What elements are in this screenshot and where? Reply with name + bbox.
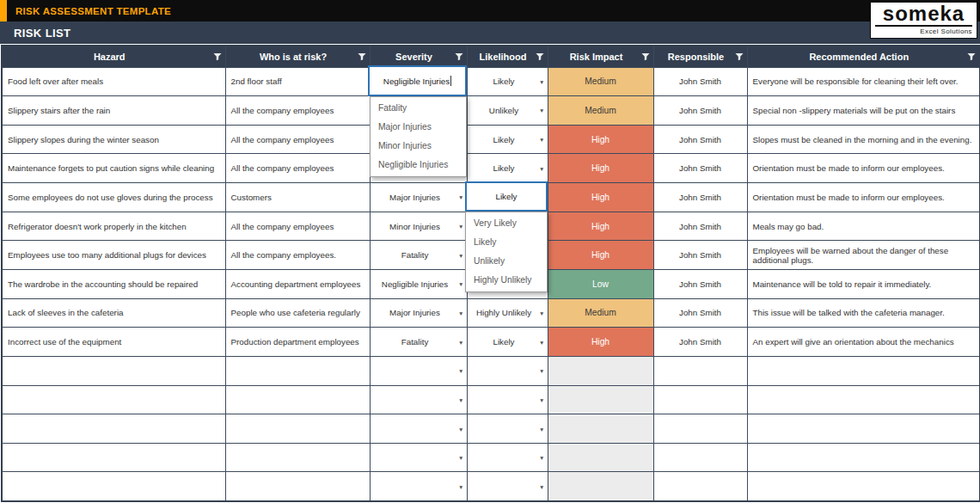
filter-icon[interactable] xyxy=(213,52,222,61)
hazard-cell[interactable]: Refrigerator doesn't work properly in th… xyxy=(2,212,225,241)
filter-icon[interactable] xyxy=(536,52,544,61)
risk-impact-cell[interactable] xyxy=(548,356,653,385)
severity-option[interactable]: Fatality xyxy=(371,99,466,118)
filter-icon[interactable] xyxy=(455,52,463,61)
responsible-cell[interactable]: John Smith xyxy=(653,125,747,154)
hazard-cell[interactable] xyxy=(2,472,225,501)
recommended-action-cell[interactable] xyxy=(747,356,980,385)
recommended-action-cell[interactable]: Orientation must be made to inform our e… xyxy=(747,154,980,183)
dropdown-arrow-icon[interactable]: ▼ xyxy=(539,424,544,433)
severity-option[interactable]: Major Injuries xyxy=(371,118,466,137)
responsible-cell[interactable] xyxy=(653,414,747,444)
hazard-cell[interactable]: Food left over after meals xyxy=(2,67,225,96)
dropdown-arrow-icon[interactable]: ▼ xyxy=(458,453,463,463)
dropdown-arrow-icon[interactable]: ▼ xyxy=(539,366,544,376)
severity-cell[interactable]: Fatality▼ xyxy=(370,241,467,270)
likelihood-cell[interactable]: Highly Unlikely▼ xyxy=(467,298,548,328)
recommended-action-cell[interactable]: Slopes must be cleaned in the morning an… xyxy=(747,125,980,154)
likelihood-cell[interactable]: Unlikely▼ xyxy=(467,96,548,126)
who-at-risk-cell[interactable]: Accounting department employees xyxy=(225,269,370,298)
filter-icon[interactable] xyxy=(967,52,976,61)
hazard-cell[interactable]: Lack of sleeves in the cafeteria xyxy=(2,298,225,328)
likelihood-editor[interactable]: Likely xyxy=(465,181,548,212)
hazard-cell[interactable]: Slippery slopes during the winter season xyxy=(2,125,225,154)
risk-impact-cell[interactable]: High xyxy=(548,154,653,183)
who-at-risk-cell[interactable] xyxy=(225,356,370,385)
severity-option[interactable]: Minor Injuries xyxy=(371,137,466,156)
likelihood-option[interactable]: Unlikely xyxy=(466,252,547,271)
hazard-cell[interactable] xyxy=(2,414,225,444)
likelihood-option[interactable]: Likely xyxy=(466,233,547,252)
responsible-cell[interactable]: John Smith xyxy=(653,67,747,96)
likelihood-option[interactable]: Very Likely xyxy=(466,214,547,233)
severity-cell[interactable]: ▼ xyxy=(370,414,467,444)
dropdown-arrow-icon[interactable]: ▼ xyxy=(458,193,463,202)
hazard-cell[interactable]: Maintenance forgets to put caution signs… xyxy=(2,154,225,183)
dropdown-arrow-icon[interactable]: ▼ xyxy=(539,163,544,173)
risk-impact-cell[interactable]: Medium xyxy=(548,298,653,328)
hazard-cell[interactable] xyxy=(2,385,225,414)
who-at-risk-cell[interactable]: People who use cafeteria regularly xyxy=(225,298,370,328)
risk-impact-cell[interactable]: High xyxy=(548,328,653,357)
risk-impact-cell[interactable]: Low xyxy=(548,269,653,298)
likelihood-cell[interactable]: ▼ xyxy=(467,385,548,414)
recommended-action-cell[interactable] xyxy=(747,385,980,414)
who-at-risk-cell[interactable]: 2nd floor staff xyxy=(225,67,370,96)
likelihood-option[interactable]: Highly Unlikely xyxy=(466,271,547,290)
dropdown-arrow-icon[interactable]: ▼ xyxy=(539,453,544,463)
who-at-risk-cell[interactable] xyxy=(225,472,370,501)
severity-cell[interactable]: ▼ xyxy=(370,472,467,501)
responsible-cell[interactable]: John Smith xyxy=(653,183,747,212)
recommended-action-cell[interactable]: Meals may go bad. xyxy=(747,212,980,241)
responsible-cell[interactable]: John Smith xyxy=(653,328,747,357)
dropdown-arrow-icon[interactable]: ▼ xyxy=(458,482,463,491)
responsible-cell[interactable]: John Smith xyxy=(653,298,747,328)
responsible-cell[interactable] xyxy=(653,443,747,472)
risk-impact-cell[interactable] xyxy=(548,443,653,472)
who-at-risk-cell[interactable]: Production department employees xyxy=(225,328,370,357)
responsible-cell[interactable]: John Smith xyxy=(653,241,747,270)
severity-cell[interactable]: Minor Injuries▼ xyxy=(370,212,467,241)
likelihood-cell[interactable]: Likely▼ xyxy=(467,328,548,357)
severity-option[interactable]: Negligible Injuries xyxy=(371,156,466,175)
likelihood-cell[interactable]: ▼ xyxy=(467,414,548,444)
dropdown-arrow-icon[interactable]: ▼ xyxy=(539,482,544,491)
dropdown-arrow-icon[interactable]: ▼ xyxy=(458,222,463,231)
risk-impact-cell[interactable] xyxy=(548,472,653,501)
dropdown-arrow-icon[interactable]: ▼ xyxy=(539,106,544,115)
responsible-cell[interactable]: John Smith xyxy=(653,154,747,183)
likelihood-cell[interactable]: Likely▼ xyxy=(467,125,548,154)
hazard-cell[interactable]: Incorrect use of the equipment xyxy=(2,328,225,357)
dropdown-arrow-icon[interactable]: ▼ xyxy=(458,250,463,260)
dropdown-arrow-icon[interactable]: ▼ xyxy=(539,135,544,144)
risk-impact-cell[interactable]: Medium xyxy=(548,96,653,126)
dropdown-arrow-icon[interactable]: ▼ xyxy=(539,308,544,317)
responsible-cell[interactable] xyxy=(653,472,747,501)
risk-impact-cell[interactable]: Medium xyxy=(548,67,653,96)
risk-impact-cell[interactable]: High xyxy=(548,183,653,212)
responsible-cell[interactable]: John Smith xyxy=(653,212,747,241)
who-at-risk-cell[interactable]: Customers xyxy=(225,183,370,212)
who-at-risk-cell[interactable] xyxy=(225,443,370,472)
severity-cell[interactable]: Major Injuries▼ xyxy=(370,183,467,212)
responsible-cell[interactable]: John Smith xyxy=(653,96,747,126)
likelihood-cell[interactable]: Likely▼ xyxy=(467,154,548,183)
responsible-cell[interactable]: John Smith xyxy=(653,269,747,298)
likelihood-cell[interactable]: ▼ xyxy=(467,472,548,501)
recommended-action-cell[interactable]: Everyone will be responsible for cleanin… xyxy=(747,67,980,96)
severity-cell[interactable]: ▼ xyxy=(370,385,467,414)
hazard-cell[interactable]: Employees use too many additional plugs … xyxy=(2,241,225,270)
dropdown-arrow-icon[interactable]: ▼ xyxy=(458,337,463,347)
who-at-risk-cell[interactable]: All the company employees xyxy=(225,212,370,241)
dropdown-arrow-icon[interactable]: ▼ xyxy=(539,395,544,404)
likelihood-cell[interactable]: ▼ xyxy=(467,356,548,385)
recommended-action-cell[interactable] xyxy=(747,443,980,472)
recommended-action-cell[interactable] xyxy=(747,414,980,444)
dropdown-arrow-icon[interactable]: ▼ xyxy=(458,279,463,289)
who-at-risk-cell[interactable]: All the company employees xyxy=(225,154,370,183)
severity-cell[interactable]: Major Injuries▼ xyxy=(370,298,467,328)
hazard-cell[interactable]: The wardrobe in the accounting should be… xyxy=(2,269,225,298)
dropdown-arrow-icon[interactable]: ▼ xyxy=(458,424,463,433)
dropdown-arrow-icon[interactable]: ▼ xyxy=(458,395,463,404)
hazard-cell[interactable]: Some employees do not use gloves during … xyxy=(2,183,225,212)
